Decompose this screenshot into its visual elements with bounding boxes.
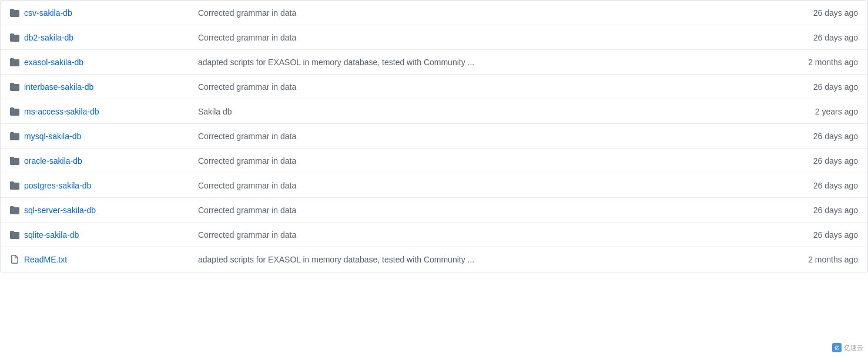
table-row[interactable]: csv-sakila-db Corrected grammar in data …	[1, 1, 867, 25]
folder-icon	[10, 33, 19, 42]
file-message: Corrected grammar in data	[189, 230, 782, 240]
table-row[interactable]: ReadME.txt adapted scripts for EXASOL in…	[1, 247, 867, 272]
table-row[interactable]: oracle-sakila-db Corrected grammar in da…	[1, 149, 867, 173]
file-name[interactable]: db2-sakila-db	[24, 33, 189, 42]
file-name[interactable]: mysql-sakila-db	[24, 132, 189, 141]
file-age: 26 days ago	[782, 156, 858, 166]
file-age: 26 days ago	[782, 132, 858, 141]
file-message: Corrected grammar in data	[189, 132, 782, 141]
file-message: Corrected grammar in data	[189, 206, 782, 215]
file-name[interactable]: csv-sakila-db	[24, 8, 189, 18]
file-name[interactable]: sql-server-sakila-db	[24, 206, 189, 215]
table-row[interactable]: sql-server-sakila-db Corrected grammar i…	[1, 198, 867, 223]
file-name[interactable]: interbase-sakila-db	[24, 82, 189, 92]
folder-icon	[10, 230, 19, 240]
file-message: Corrected grammar in data	[189, 33, 782, 42]
table-row[interactable]: ms-access-sakila-db Sakila db 2 years ag…	[1, 99, 867, 124]
file-name[interactable]: ReadME.txt	[24, 255, 189, 264]
folder-icon	[10, 206, 19, 215]
file-age: 26 days ago	[782, 82, 858, 92]
file-icon	[10, 255, 19, 264]
file-name[interactable]: oracle-sakila-db	[24, 156, 189, 166]
folder-icon	[10, 156, 19, 166]
folder-icon	[10, 181, 19, 190]
folder-icon	[10, 82, 19, 92]
folder-icon	[10, 132, 19, 141]
file-age: 26 days ago	[782, 33, 858, 42]
file-message: adapted scripts for EXASOL in memory dat…	[189, 255, 782, 264]
file-message: Corrected grammar in data	[189, 82, 782, 92]
file-list: csv-sakila-db Corrected grammar in data …	[0, 0, 868, 272]
file-age: 2 months ago	[782, 255, 858, 264]
table-row[interactable]: exasol-sakila-db adapted scripts for EXA…	[1, 50, 867, 75]
folder-icon	[10, 107, 19, 116]
table-row[interactable]: db2-sakila-db Corrected grammar in data …	[1, 25, 867, 50]
table-row[interactable]: sqlite-sakila-db Corrected grammar in da…	[1, 223, 867, 247]
file-age: 26 days ago	[782, 8, 858, 18]
folder-icon	[10, 8, 19, 18]
file-name[interactable]: sqlite-sakila-db	[24, 230, 189, 240]
file-age: 2 months ago	[782, 58, 858, 67]
file-message: Corrected grammar in data	[189, 156, 782, 166]
file-age: 26 days ago	[782, 230, 858, 240]
file-age: 26 days ago	[782, 181, 858, 190]
file-age: 2 years ago	[782, 107, 858, 116]
table-row[interactable]: postgres-sakila-db Corrected grammar in …	[1, 173, 867, 198]
file-message: Corrected grammar in data	[189, 8, 782, 18]
file-message: adapted scripts for EXASOL in memory dat…	[189, 58, 782, 67]
file-age: 26 days ago	[782, 206, 858, 215]
table-row[interactable]: mysql-sakila-db Corrected grammar in dat…	[1, 124, 867, 149]
file-name[interactable]: postgres-sakila-db	[24, 181, 189, 190]
file-name[interactable]: exasol-sakila-db	[24, 58, 189, 67]
file-name[interactable]: ms-access-sakila-db	[24, 107, 189, 116]
file-message: Corrected grammar in data	[189, 181, 782, 190]
table-row[interactable]: interbase-sakila-db Corrected grammar in…	[1, 75, 867, 99]
file-message: Sakila db	[189, 107, 782, 116]
folder-icon	[10, 58, 19, 67]
